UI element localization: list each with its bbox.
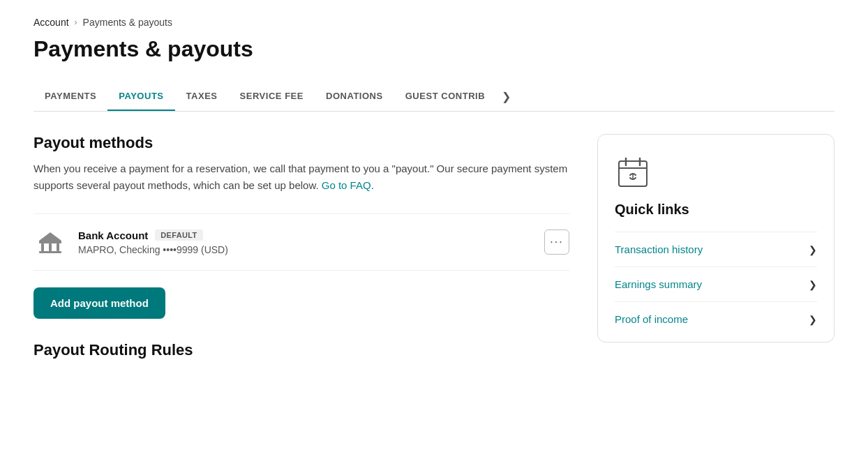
page-title: Payments & payouts bbox=[33, 36, 835, 62]
transaction-history-label: Transaction history bbox=[615, 243, 703, 255]
breadcrumb-account-link[interactable]: Account bbox=[33, 17, 69, 28]
tab-guest-contrib[interactable]: GUEST CONTRIB bbox=[394, 82, 496, 111]
earnings-summary-label: Earnings summary bbox=[615, 278, 702, 290]
quick-link-proof-of-income[interactable]: Proof of income ❯ bbox=[615, 301, 817, 336]
svg-rect-1 bbox=[41, 243, 44, 251]
quick-links-icon bbox=[615, 154, 651, 190]
default-badge: DEFAULT bbox=[155, 230, 202, 241]
quick-link-earnings-summary[interactable]: Earnings summary ❯ bbox=[615, 266, 817, 301]
svg-rect-3 bbox=[57, 243, 59, 251]
bank-more-button[interactable]: ··· bbox=[544, 230, 569, 255]
tab-payments[interactable]: PAYMENTS bbox=[33, 82, 107, 111]
tab-payouts[interactable]: PAYOUTS bbox=[107, 82, 174, 111]
svg-rect-2 bbox=[49, 243, 52, 251]
bank-account-row: Bank Account DEFAULT MAPRO, Checking •••… bbox=[33, 213, 569, 271]
proof-of-income-chevron: ❯ bbox=[809, 314, 817, 325]
proof-of-income-label: Proof of income bbox=[615, 313, 688, 325]
bank-name: Bank Account bbox=[78, 230, 148, 241]
svg-rect-4 bbox=[39, 251, 61, 253]
breadcrumb: Account › Payments & payouts bbox=[33, 17, 835, 28]
payout-methods-title: Payout methods bbox=[33, 134, 569, 152]
main-content: Payout methods When you receive a paymen… bbox=[33, 134, 569, 359]
tabs-more-button[interactable]: ❯ bbox=[496, 82, 516, 112]
tab-service-fee[interactable]: SERVICE FEE bbox=[229, 82, 315, 111]
transaction-history-chevron: ❯ bbox=[809, 244, 817, 255]
quick-link-transaction-history[interactable]: Transaction history ❯ bbox=[615, 232, 817, 266]
payout-routing-title: Payout Routing Rules bbox=[33, 341, 569, 359]
svg-marker-5 bbox=[39, 232, 61, 241]
svg-rect-0 bbox=[39, 241, 61, 243]
tabs-bar: PAYMENTS PAYOUTS TAXES SERVICE FEE DONAT… bbox=[33, 82, 835, 112]
tab-donations[interactable]: DONATIONS bbox=[315, 82, 394, 111]
tab-taxes[interactable]: TAXES bbox=[175, 82, 229, 111]
bank-icon bbox=[33, 225, 67, 259]
breadcrumb-current: Payments & payouts bbox=[83, 17, 172, 28]
add-payout-method-button[interactable]: Add payout method bbox=[33, 287, 165, 319]
bank-sub-details: MAPRO, Checking ••••9999 (USD) bbox=[78, 244, 533, 255]
earnings-summary-chevron: ❯ bbox=[809, 279, 817, 290]
faq-link[interactable]: Go to FAQ bbox=[322, 179, 371, 191]
bank-details: Bank Account DEFAULT MAPRO, Checking •••… bbox=[78, 230, 533, 255]
breadcrumb-separator: › bbox=[75, 17, 77, 27]
quick-links-card: Quick links Transaction history ❯ Earnin… bbox=[597, 134, 835, 343]
quick-links-title: Quick links bbox=[615, 202, 817, 218]
sidebar: Quick links Transaction history ❯ Earnin… bbox=[597, 134, 835, 359]
payout-methods-description: When you receive a payment for a reserva… bbox=[33, 160, 569, 194]
